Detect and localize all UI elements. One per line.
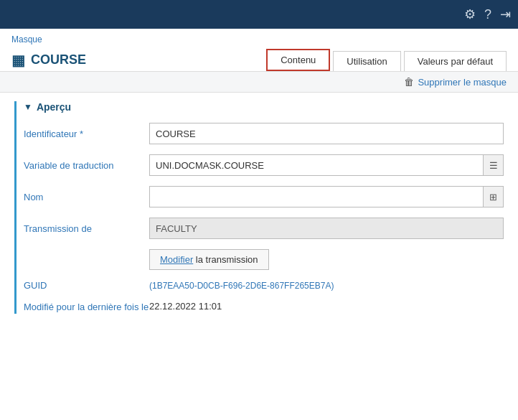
- nom-row: Nom ⊞: [24, 186, 504, 207]
- apercu-section: ▼ Aperçu Identificateur * Variable de tr…: [14, 101, 504, 314]
- transmission-input: [149, 218, 504, 239]
- breadcrumb[interactable]: Masque: [11, 34, 507, 45]
- modifier-transmission-button[interactable]: Modifier la transmission: [149, 249, 269, 270]
- variable-input-wrapper: ☰: [149, 154, 504, 176]
- page-title-group: ▦ COURSE: [11, 52, 86, 69]
- identificateur-input-wrapper: [149, 123, 504, 144]
- transmission-label: Transmission de: [24, 223, 149, 234]
- identificateur-input[interactable]: [149, 123, 504, 144]
- variable-label: Variable de traduction: [24, 160, 149, 171]
- variable-input[interactable]: [149, 154, 484, 176]
- tab-contenu[interactable]: Contenu: [266, 49, 330, 71]
- list-icon: ☰: [489, 160, 498, 171]
- apercu-label: Aperçu: [37, 101, 71, 113]
- list-icon-button[interactable]: ☰: [484, 154, 504, 176]
- header-row: ▦ COURSE Contenu Utilisation Valeurs par…: [11, 49, 507, 71]
- main-container: Masque ▦ COURSE Contenu Utilisation Vale…: [0, 29, 518, 420]
- page-title: COURSE: [31, 52, 86, 67]
- trash-icon: 🗑: [404, 76, 414, 88]
- tab-utilisation[interactable]: Utilisation: [333, 51, 400, 71]
- grid-icon: ▦: [11, 52, 25, 69]
- modifie-value: 22.12.2022 11:01: [149, 301, 222, 312]
- nom-input-wrapper: ⊞: [149, 186, 504, 207]
- nom-label: Nom: [24, 192, 149, 202]
- modifie-row: Modifié pour la dernière fois le 22.12.2…: [24, 301, 504, 314]
- content-area: ▼ Aperçu Identificateur * Variable de tr…: [0, 93, 518, 420]
- page-header: Masque ▦ COURSE Contenu Utilisation Vale…: [0, 29, 518, 72]
- translate-icon-button[interactable]: ⊞: [484, 186, 504, 207]
- transmission-row: Transmission de: [24, 218, 504, 239]
- gear-icon[interactable]: ⚙: [464, 6, 476, 22]
- toolbar: 🗑 Supprimer le masque: [0, 72, 518, 93]
- nom-input[interactable]: [149, 186, 484, 207]
- apercu-header[interactable]: ▼ Aperçu: [24, 101, 504, 113]
- logout-icon[interactable]: ⇥: [500, 6, 511, 22]
- translate-icon: ⊞: [489, 192, 497, 202]
- tab-bar: Contenu Utilisation Valeurs par défaut: [263, 49, 507, 71]
- guid-value[interactable]: (1B7EAA50-D0CB-F696-2D6E-867FF265EB7A): [149, 281, 334, 291]
- tab-valeurs[interactable]: Valeurs par défaut: [404, 51, 507, 71]
- guid-row: GUID (1B7EAA50-D0CB-F696-2D6E-867FF265EB…: [24, 280, 504, 291]
- variable-row: Variable de traduction ☰: [24, 154, 504, 176]
- help-icon[interactable]: ?: [484, 7, 491, 22]
- top-navigation-bar: ⚙ ? ⇥: [0, 0, 518, 29]
- transmission-input-wrapper: [149, 218, 504, 239]
- modifie-label: Modifié pour la dernière fois le: [24, 301, 149, 314]
- guid-label: GUID: [24, 280, 149, 291]
- chevron-down-icon: ▼: [24, 102, 32, 112]
- delete-label: Supprimer le masque: [418, 77, 507, 88]
- modifier-row: Modifier la transmission: [24, 249, 504, 270]
- delete-mask-button[interactable]: 🗑 Supprimer le masque: [404, 76, 507, 88]
- identificateur-label: Identificateur *: [24, 129, 149, 139]
- modifier-icon: Modifier: [160, 254, 193, 265]
- identificateur-row: Identificateur *: [24, 123, 504, 144]
